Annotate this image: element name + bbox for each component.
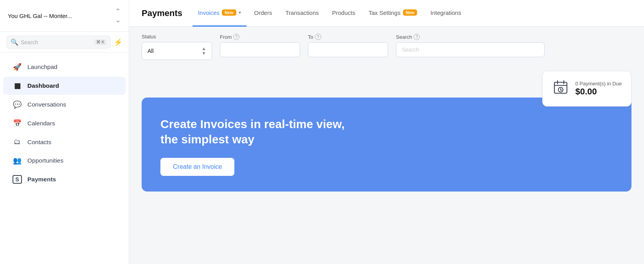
- status-label: Status: [142, 34, 212, 40]
- content-area: 0 Payment(s) in Due $0.00 Create Invoice…: [129, 66, 644, 264]
- search-input[interactable]: [396, 42, 545, 57]
- sidebar-item-calendars[interactable]: 📅 Calendars: [3, 114, 126, 132]
- conversations-icon: 💬: [13, 100, 22, 109]
- from-input[interactable]: [220, 42, 300, 57]
- due-card-amount: $0.00: [576, 87, 622, 97]
- from-label: From ?: [220, 34, 300, 40]
- tab-transactions[interactable]: Transactions: [280, 0, 324, 27]
- sidebar-nav: 🚀 Launchpad ▦ Dashboard 💬 Conversations …: [0, 53, 129, 193]
- sidebar-item-label: Calendars: [27, 120, 55, 127]
- sidebar-item-label: Conversations: [27, 101, 66, 108]
- promo-banner: Create Invoices in real-time view, the s…: [142, 98, 631, 192]
- invoices-badge: New: [222, 9, 236, 16]
- tab-tax-settings[interactable]: Tax Settings New: [363, 0, 423, 27]
- search-shortcut: ⌘ K: [94, 39, 106, 45]
- dashboard-icon: ▦: [13, 81, 22, 90]
- calendars-icon: 📅: [13, 119, 22, 128]
- sidebar-item-label: Contacts: [27, 139, 51, 146]
- status-arrow-icon: ▲▼: [201, 46, 206, 56]
- flash-icon[interactable]: ⚡: [114, 38, 122, 47]
- sidebar-item-label: Dashboard: [27, 82, 59, 89]
- status-value: All: [148, 48, 154, 54]
- due-card: 0 Payment(s) in Due $0.00: [542, 71, 632, 107]
- account-chevron-icon: ⌃⌄: [115, 7, 121, 24]
- main-content: Payments Invoices New ▾ Orders Transacti…: [129, 0, 644, 264]
- section-title: Payments: [142, 8, 182, 18]
- search-label: Search ?: [396, 34, 545, 40]
- account-selector[interactable]: You GHL Gal -- Monter... ⌃⌄: [0, 0, 129, 32]
- search-filter-group: Search ?: [396, 34, 545, 57]
- sidebar-item-conversations[interactable]: 💬 Conversations: [3, 96, 126, 114]
- tab-orders[interactable]: Orders: [249, 0, 278, 27]
- tab-invoices-label: Invoices: [198, 9, 219, 16]
- due-card-label: 0 Payment(s) in Due: [576, 81, 622, 87]
- search-input-box[interactable]: 🔍 Search ⌘ K: [6, 36, 111, 49]
- tab-invoices[interactable]: Invoices New ▾: [192, 0, 246, 27]
- search-icon: 🔍: [11, 38, 18, 46]
- sidebar-item-label: Payments: [27, 176, 56, 183]
- payments-icon: S: [13, 175, 22, 184]
- search-bar: 🔍 Search ⌘ K ⚡: [0, 32, 129, 53]
- from-filter-group: From ?: [220, 34, 300, 57]
- status-select[interactable]: All ▲▼: [142, 42, 212, 60]
- sidebar-item-label: Launchpad: [27, 63, 58, 71]
- sidebar: You GHL Gal -- Monter... ⌃⌄ 🔍 Search ⌘ K…: [0, 0, 129, 264]
- invoices-chevron-icon: ▾: [239, 10, 241, 15]
- tab-tax-settings-label: Tax Settings: [369, 9, 401, 16]
- tab-integrations-label: Integrations: [430, 9, 461, 16]
- filter-bar: Status All ▲▼ From ? To ? Search ?: [129, 27, 644, 66]
- due-card-icon: [552, 78, 569, 99]
- tab-transactions-label: Transactions: [285, 9, 318, 16]
- to-filter-group: To ?: [308, 34, 388, 57]
- to-input[interactable]: [308, 42, 388, 57]
- status-filter-group: Status All ▲▼: [142, 34, 212, 60]
- promo-title: Create Invoices in real-time view, the s…: [160, 116, 364, 147]
- sidebar-item-payments[interactable]: S Payments: [3, 170, 126, 188]
- create-invoice-button[interactable]: Create an Invoice: [160, 158, 234, 176]
- launchpad-icon: 🚀: [13, 63, 22, 71]
- sidebar-item-dashboard[interactable]: ▦ Dashboard: [3, 77, 126, 95]
- to-label: To ?: [308, 34, 388, 40]
- due-card-text: 0 Payment(s) in Due $0.00: [576, 81, 622, 97]
- search-label: Search: [21, 39, 38, 45]
- tab-orders-label: Orders: [254, 9, 272, 16]
- to-help-icon[interactable]: ?: [315, 34, 321, 40]
- sidebar-item-opportunities[interactable]: 👥 Opportunities: [3, 152, 126, 170]
- search-help-icon[interactable]: ?: [414, 34, 420, 40]
- tab-products-label: Products: [332, 9, 355, 16]
- opportunities-icon: 👥: [13, 156, 22, 165]
- sidebar-item-contacts[interactable]: 🗂 Contacts: [3, 133, 126, 151]
- tax-settings-badge: New: [403, 9, 417, 16]
- tab-products[interactable]: Products: [327, 0, 361, 27]
- from-help-icon[interactable]: ?: [233, 34, 239, 40]
- top-tabs: Payments Invoices New ▾ Orders Transacti…: [129, 0, 644, 27]
- sidebar-item-launchpad[interactable]: 🚀 Launchpad: [3, 58, 126, 76]
- contacts-icon: 🗂: [13, 138, 22, 146]
- account-name: You GHL Gal -- Monter...: [8, 13, 72, 19]
- tab-integrations[interactable]: Integrations: [425, 0, 466, 27]
- sidebar-item-label: Opportunities: [27, 157, 63, 164]
